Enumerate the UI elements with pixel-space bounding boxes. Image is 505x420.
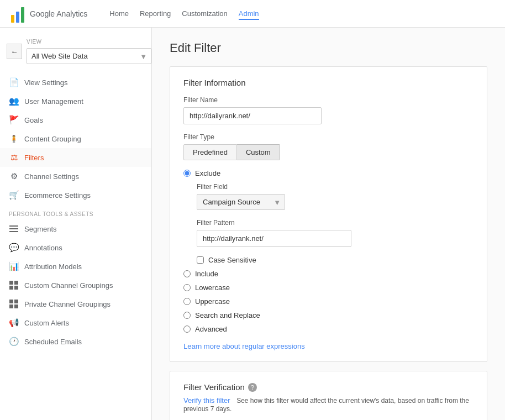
filter-pattern-input[interactable] — [197, 230, 351, 247]
search-replace-radio[interactable] — [183, 312, 191, 319]
segments-icon — [9, 224, 19, 234]
goals-icon: 🚩 — [9, 115, 19, 125]
exclude-radio[interactable] — [183, 170, 191, 177]
sidebar-item-attribution-models[interactable]: 📊 Attribution Models — [0, 257, 151, 276]
attribution-models-icon: 📊 — [9, 261, 19, 271]
annotations-icon: 💬 — [9, 243, 19, 253]
sidebar-item-label: Private Channel Groupings — [24, 300, 111, 308]
private-channel-groupings-icon — [9, 299, 19, 309]
svg-rect-5 — [9, 231, 18, 232]
back-button[interactable]: ← — [7, 44, 22, 59]
sidebar-item-label: Custom Alerts — [24, 319, 69, 327]
search-replace-label: Search and Replace — [195, 311, 260, 319]
svg-rect-13 — [14, 305, 18, 308]
svg-rect-9 — [14, 286, 18, 290]
sidebar-item-ecommerce-settings[interactable]: 🛒 Ecommerce Settings — [0, 186, 151, 204]
filter-type-group: Filter Type Predefined Custom — [183, 133, 474, 160]
uppercase-radio[interactable] — [183, 298, 191, 305]
sidebar-item-label: User Management — [24, 97, 83, 106]
filter-type-buttons: Predefined Custom — [183, 144, 474, 160]
radio-group: Exclude Filter Field Campaign Source Cam… — [183, 169, 474, 333]
svg-rect-6 — [9, 281, 13, 285]
nav-home[interactable]: Home — [109, 7, 129, 20]
sidebar-nav: 📄 View Settings 👥 User Management 🚩 Goal… — [0, 73, 151, 351]
filter-pattern-label: Filter Pattern — [197, 219, 474, 227]
filter-name-label: Filter Name — [183, 96, 474, 104]
filter-information-header: Filter Information — [183, 78, 474, 87]
filter-field-select[interactable]: Campaign Source Campaign Medium Campaign… — [197, 194, 285, 210]
filter-field-group: Filter Field Campaign Source Campaign Me… — [197, 183, 474, 210]
case-sensitive-checkbox-item[interactable]: Case Sensitive — [197, 256, 474, 264]
sidebar-item-view-settings[interactable]: 📄 View Settings — [0, 73, 151, 92]
sidebar-item-user-management[interactable]: 👥 User Management — [0, 92, 151, 111]
page-title: Edit Filter — [170, 41, 487, 55]
include-radio[interactable] — [183, 270, 191, 277]
learn-more-link[interactable]: Learn more about regular expressions — [183, 342, 305, 350]
svg-rect-10 — [9, 300, 13, 303]
filter-verification-card: Filter Verification ? Verify this filter… — [170, 371, 487, 420]
svg-rect-2 — [21, 7, 24, 23]
svg-rect-12 — [9, 305, 13, 308]
custom-alerts-icon: 📢 — [9, 318, 19, 328]
exclude-sub-fields: Filter Field Campaign Source Campaign Me… — [197, 183, 474, 264]
logo-area: Google Analytics — [9, 5, 87, 23]
view-label: VIEW — [27, 39, 151, 45]
sidebar-item-label: Content Grouping — [24, 135, 81, 143]
sidebar-item-annotations[interactable]: 💬 Annotations — [0, 238, 151, 257]
nav-customization[interactable]: Customization — [182, 7, 227, 20]
sidebar-item-filters[interactable]: ⚖ Filters ► — [0, 148, 151, 167]
exclude-radio-item[interactable]: Exclude — [183, 169, 474, 177]
sidebar-item-custom-channel-groupings[interactable]: Custom Channel Groupings — [0, 276, 151, 295]
filter-name-input[interactable] — [183, 107, 322, 124]
sidebar-item-private-channel-groupings[interactable]: Private Channel Groupings — [0, 295, 151, 313]
sidebar-item-segments[interactable]: Segments — [0, 219, 151, 238]
filters-icon: ⚖ — [9, 153, 19, 162]
sidebar-item-label: Segments — [24, 225, 57, 233]
filter-field-label: Filter Field — [197, 183, 474, 191]
filter-type-label: Filter Type — [183, 133, 474, 141]
search-replace-radio-item[interactable]: Search and Replace — [183, 311, 474, 319]
case-sensitive-checkbox[interactable] — [197, 256, 204, 264]
predefined-button[interactable]: Predefined — [183, 144, 237, 160]
svg-rect-3 — [9, 225, 18, 227]
sidebar-item-custom-alerts[interactable]: 📢 Custom Alerts — [0, 313, 151, 332]
case-sensitive-label: Case Sensitive — [208, 256, 256, 264]
top-nav-links: Home Reporting Customization Admin — [109, 7, 496, 20]
uppercase-label: Uppercase — [195, 297, 230, 306]
verify-row: Verify this filter See how this filter w… — [183, 396, 474, 413]
google-analytics-logo — [9, 5, 27, 23]
help-icon[interactable]: ? — [248, 383, 257, 392]
lowercase-radio[interactable] — [183, 284, 191, 291]
sidebar-item-label: Custom Channel Groupings — [24, 281, 113, 290]
sidebar-item-scheduled-emails[interactable]: 🕐 Scheduled Emails — [0, 332, 151, 351]
nav-admin[interactable]: Admin — [239, 7, 259, 20]
sidebar-item-label: Annotations — [24, 244, 62, 252]
uppercase-radio-item[interactable]: Uppercase — [183, 297, 474, 306]
sidebar-item-channel-settings[interactable]: ⚙ Channel Settings — [0, 167, 151, 186]
verify-link[interactable]: Verify this filter — [183, 396, 230, 405]
filter-name-group: Filter Name — [183, 96, 474, 124]
advanced-radio[interactable] — [183, 326, 191, 333]
nav-reporting[interactable]: Reporting — [140, 7, 171, 20]
sidebar: ← VIEW All Web Site Data ▼ 📄 View Settin… — [0, 28, 152, 420]
user-management-icon: 👥 — [9, 96, 19, 106]
personal-section-label: PERSONAL TOOLS & ASSETS — [0, 204, 151, 219]
verification-title-wrapper: Filter Verification ? — [183, 382, 474, 392]
sidebar-item-label: View Settings — [24, 78, 68, 87]
custom-button[interactable]: Custom — [237, 144, 280, 160]
view-select[interactable]: All Web Site Data — [27, 48, 151, 64]
include-radio-item[interactable]: Include — [183, 270, 474, 278]
advanced-radio-item[interactable]: Advanced — [183, 325, 474, 333]
main-layout: ← VIEW All Web Site Data ▼ 📄 View Settin… — [0, 28, 505, 420]
custom-channel-groupings-icon — [9, 280, 19, 290]
logo-text: Google Analytics — [30, 9, 87, 18]
verification-header: Filter Verification — [183, 382, 245, 392]
sidebar-item-label: Goals — [24, 116, 43, 124]
sidebar-item-goals[interactable]: 🚩 Goals — [0, 111, 151, 129]
sidebar-item-label: Attribution Models — [24, 262, 82, 271]
exclude-label: Exclude — [195, 169, 220, 177]
filter-pattern-group: Filter Pattern — [197, 219, 474, 247]
sidebar-item-content-grouping[interactable]: 🧍 Content Grouping — [0, 129, 151, 148]
lowercase-radio-item[interactable]: Lowercase — [183, 284, 474, 292]
sidebar-item-label: Filters — [24, 154, 44, 162]
